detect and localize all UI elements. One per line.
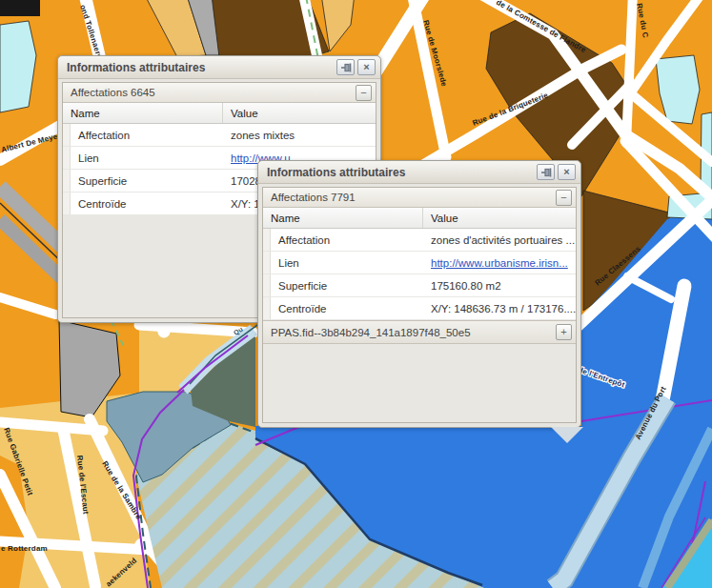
column-header-value[interactable]: Value	[223, 108, 376, 119]
window-titlebar[interactable]: Informations attributaires ×	[58, 56, 380, 79]
pin-icon	[340, 62, 352, 73]
collapse-button[interactable]: −	[556, 190, 572, 206]
row-handle	[263, 274, 271, 296]
cell-value-link[interactable]: http://www.urbanisme.irisn...	[423, 257, 576, 269]
cell-name: Centroïde	[71, 198, 223, 210]
grid-header: Name Value	[63, 103, 376, 124]
attribute-window-2: Informations attributaires × Affectation…	[257, 160, 581, 428]
window-titlebar[interactable]: Informations attributaires ×	[258, 161, 580, 184]
row-handle	[263, 229, 271, 251]
row-handle	[63, 124, 71, 146]
cell-value: zones d'activités portuaires ...	[423, 234, 576, 246]
window-title: Informations attributaires	[267, 166, 537, 179]
table-row[interactable]: Centroïde X/Y: 148636.73 m / 173176....	[263, 297, 576, 320]
popup-anchor-arrow	[551, 427, 583, 443]
row-handle	[63, 147, 71, 169]
cell-name: Lien	[71, 152, 223, 164]
window-tools: ×	[336, 59, 376, 75]
grid-header: Name Value	[263, 208, 576, 229]
window-title: Informations attributaires	[67, 61, 336, 74]
expand-button[interactable]: +	[556, 324, 572, 340]
row-handle	[263, 297, 271, 319]
feature-panel: Affectations 7791 − Name Value Affectati…	[262, 187, 577, 423]
cell-value: X/Y: 148636.73 m / 173176....	[423, 303, 576, 314]
pin-icon	[540, 167, 552, 178]
cell-name: Lien	[271, 257, 423, 269]
row-handle	[63, 193, 71, 214]
cell-name: Affectation	[71, 130, 223, 141]
table-row[interactable]: Affectation zones d'activités portuaires…	[263, 229, 576, 252]
cell-name: Affectation	[271, 234, 423, 246]
close-button[interactable]: ×	[357, 59, 376, 75]
feature-id: PPAS.fid--3b84b294_141a1897f48_50e5	[271, 327, 556, 338]
attribute-grid: Name Value Affectation zones d'activités…	[263, 208, 576, 320]
close-button[interactable]: ×	[558, 164, 576, 180]
table-row[interactable]: Lien http://www.urbanisme.irisn...	[263, 252, 576, 274]
feature-section-title: Affectations 7791	[271, 192, 556, 203]
feature-id-bar[interactable]: PPAS.fid--3b84b294_141a1897f48_50e5 +	[263, 320, 576, 344]
cell-name: Superficie	[71, 175, 223, 187]
table-row[interactable]: Affectation zones mixtes	[63, 124, 376, 147]
feature-section-title: Affectations 6645	[71, 87, 356, 98]
cell-name: Superficie	[271, 280, 423, 292]
feature-section-header[interactable]: Affectations 6645 −	[63, 83, 376, 103]
window-tools: ×	[537, 164, 576, 180]
street-label: e Rotterdam	[1, 544, 48, 553]
row-handle	[63, 170, 71, 192]
column-header-name[interactable]: Name	[263, 208, 423, 228]
cell-value: zones mixtes	[223, 130, 376, 141]
row-handle	[263, 252, 271, 274]
pin-button[interactable]	[336, 59, 355, 75]
collapse-button[interactable]: −	[356, 85, 372, 101]
feature-section-header[interactable]: Affectations 7791 −	[263, 188, 576, 208]
pin-button[interactable]	[537, 164, 555, 180]
cell-value: 175160.80 m2	[423, 280, 576, 292]
table-row[interactable]: Superficie 175160.80 m2	[263, 274, 576, 297]
column-header-value[interactable]: Value	[423, 213, 576, 224]
dark-parcel	[0, 0, 40, 16]
cell-name: Centroïde	[271, 303, 423, 314]
column-header-name[interactable]: Name	[63, 103, 223, 123]
gis-viewer: ond Tollenaere Avenue Richard N Albert D…	[0, 0, 712, 588]
